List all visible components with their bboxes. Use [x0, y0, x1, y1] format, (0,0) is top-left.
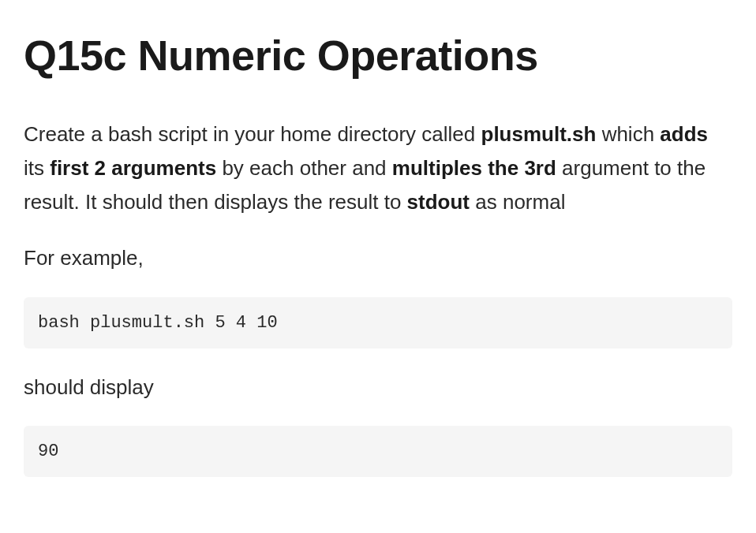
page-heading: Q15c Numeric Operations	[24, 24, 732, 88]
text-segment: Create a bash script in your home direct…	[24, 122, 481, 146]
bold-stdout: stdout	[407, 190, 470, 214]
instruction-paragraph: Create a bash script in your home direct…	[24, 117, 732, 219]
text-segment: which	[596, 122, 660, 146]
text-segment: its	[24, 156, 50, 180]
bold-adds: adds	[660, 122, 708, 146]
example-command-code: bash plusmult.sh 5 4 10	[24, 297, 732, 348]
example-output-code: 90	[24, 426, 732, 477]
bold-multiples3rd: multiples the 3rd	[392, 156, 556, 180]
example-intro: For example,	[24, 241, 732, 275]
text-segment: as normal	[470, 190, 565, 214]
should-display-text: should display	[24, 371, 732, 404]
text-segment: by each other and	[216, 156, 392, 180]
bold-first2args: first 2 arguments	[50, 156, 216, 180]
bold-filename: plusmult.sh	[481, 122, 597, 146]
